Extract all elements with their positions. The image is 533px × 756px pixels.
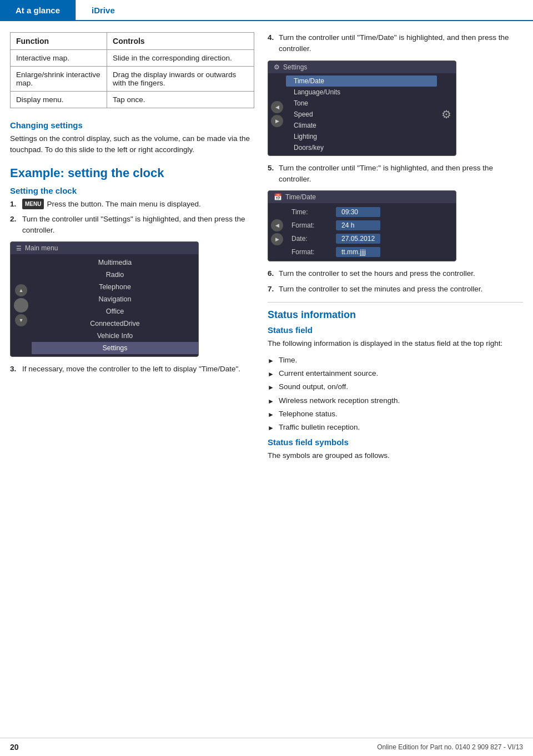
menu-item-radio: Radio bbox=[32, 269, 198, 281]
settings-title-label: Settings bbox=[283, 63, 307, 71]
timedate-row-2: Date: 27.05.2012 bbox=[286, 232, 456, 245]
step-7-content: Turn the controller to set the minutes a… bbox=[279, 284, 482, 295]
timedate-ctrl-left: ◀ bbox=[271, 219, 283, 231]
settings-item-speed: Speed bbox=[286, 109, 437, 120]
steps-list-2: 3. If necessary, move the controller to … bbox=[10, 364, 254, 375]
changing-settings-section: Changing settings Settings on the contro… bbox=[10, 120, 254, 156]
timedate-rows: Time: 09:30 Format: 24 h Date: 27.05.201… bbox=[286, 203, 456, 261]
main-content: Function Controls Interactive map. Slide… bbox=[0, 21, 533, 478]
settings-item-timedate: Time/Date bbox=[286, 75, 437, 87]
timedate-value-3: tt.mm.jjjj bbox=[336, 247, 380, 257]
settings-menu-list: Time/Date Language/Units Tone Speed Clim… bbox=[286, 73, 437, 155]
timedate-value-2: 27.05.2012 bbox=[336, 234, 380, 244]
step-5-content: Turn the controller until "Time:" is hig… bbox=[279, 163, 523, 185]
screen-content: Multimedia Radio Telephone Navigation Of… bbox=[32, 254, 198, 356]
timedate-left-ctrl: ◀ ▶ bbox=[268, 216, 286, 249]
table-cell-function: Display menu. bbox=[11, 92, 107, 108]
table-col1-header: Function bbox=[11, 33, 107, 50]
settings-row: ◀ ▶ Time/Date Language/Units Tone Speed … bbox=[268, 73, 456, 155]
timedate-screen: 📅 Time/Date ◀ ▶ Time: 09:30 Format: 24 h bbox=[268, 190, 456, 261]
menu-item-connecteddrive: ConnectedDrive bbox=[32, 317, 198, 330]
status-field-items: ► Time. ► Current entertainment source. … bbox=[268, 355, 523, 434]
timedate-title-label: Time/Date bbox=[285, 193, 316, 201]
bullet-arrow: ► bbox=[268, 382, 274, 392]
screen-title-bar: ☰ Main menu bbox=[11, 242, 198, 254]
timedate-row-0: Time: 09:30 bbox=[286, 205, 456, 219]
step-1: 1. MENUPress the button. The main menu i… bbox=[10, 199, 254, 210]
timedate-row-3: Format: tt.mm.jjjj bbox=[286, 245, 456, 259]
status-field-body: The following information is displayed i… bbox=[268, 338, 523, 349]
bullet-text-5: Traffic bulletin reception. bbox=[279, 422, 360, 433]
timedate-label-0: Time: bbox=[291, 208, 336, 216]
menu-item-multimedia: Multimedia bbox=[32, 256, 198, 269]
right-steps-5: 5. Turn the controller until "Time:" is … bbox=[268, 163, 523, 185]
step-4-number: 4. bbox=[268, 32, 279, 43]
settings-item-lighting: Lighting bbox=[286, 131, 437, 142]
table-cell-controls: Tap once. bbox=[107, 92, 254, 108]
footer-text: Online Edition for Part no. 0140 2 909 8… bbox=[377, 743, 523, 751]
timedate-row-1: Format: 24 h bbox=[286, 219, 456, 232]
screen-title-icon: ☰ bbox=[16, 245, 22, 252]
timedate-icon: 📅 bbox=[274, 193, 282, 201]
step-3-number: 3. bbox=[10, 364, 22, 375]
settings-title-bar: ⚙ Settings bbox=[268, 61, 456, 73]
timedate-value-0: 09:30 bbox=[336, 207, 380, 217]
bullet-item-0: ► Time. bbox=[268, 355, 523, 366]
table-col2-header: Controls bbox=[107, 33, 254, 50]
step-7: 7. Turn the controller to set the minute… bbox=[268, 284, 523, 295]
menu-item-navigation: Navigation bbox=[32, 293, 198, 305]
step-3-content: If necessary, move the controller to the… bbox=[22, 364, 254, 375]
menu-item-vehicleinfo: Vehicle Info bbox=[32, 330, 198, 342]
example-section: Example: setting the clock bbox=[10, 166, 254, 180]
menu-item-settings: Settings bbox=[32, 342, 198, 354]
left-column: Function Controls Interactive map. Slide… bbox=[10, 32, 254, 467]
bullet-item-2: ► Sound output, on/off. bbox=[268, 381, 523, 392]
bullet-text-4: Telephone status. bbox=[279, 409, 338, 420]
menu-button-icon: MENU bbox=[22, 199, 44, 209]
main-menu-screen: ☰ Main menu ▲ ▼ Multimedia Radio Telepho… bbox=[10, 241, 199, 357]
right-column: 4. Turn the controller until "Time/Date"… bbox=[268, 32, 523, 467]
bullet-arrow: ► bbox=[268, 356, 274, 366]
screen-left-controls: ▲ ▼ bbox=[11, 281, 32, 330]
changing-settings-body: Settings on the control display, such as… bbox=[10, 133, 254, 156]
menu-item-office: Office bbox=[32, 305, 198, 317]
timedate-title-bar: 📅 Time/Date bbox=[268, 191, 456, 203]
table-cell-controls: Drag the display inwards or outwards wit… bbox=[107, 67, 254, 92]
tab-at-a-glance[interactable]: At a glance bbox=[0, 0, 76, 20]
step-6-content: Turn the controller to set the hours and… bbox=[279, 268, 475, 279]
settings-left-ctrl: ◀ ▶ bbox=[268, 73, 286, 155]
header-tabs: At a glance iDrive bbox=[0, 0, 533, 21]
timedate-value-1: 24 h bbox=[336, 220, 380, 230]
bullet-arrow: ► bbox=[268, 396, 274, 406]
function-table: Function Controls Interactive map. Slide… bbox=[10, 32, 254, 108]
timedate-ctrl-row: ◀ ▶ Time: 09:30 Format: 24 h Date: 27.05… bbox=[268, 203, 456, 261]
step-1-content: MENUPress the button. The main menu is d… bbox=[22, 199, 254, 210]
bullet-item-5: ► Traffic bulletin reception. bbox=[268, 422, 523, 433]
ctrl-up: ▲ bbox=[15, 284, 27, 296]
bullet-arrow: ► bbox=[268, 410, 274, 420]
step-1-number: 1. bbox=[10, 199, 22, 210]
timedate-label-1: Format: bbox=[291, 221, 336, 229]
settings-item-tone: Tone bbox=[286, 98, 437, 109]
setting-clock-heading: Setting the clock bbox=[10, 186, 254, 195]
screen-title-label: Main menu bbox=[25, 244, 58, 252]
step-3: 3. If necessary, move the controller to … bbox=[10, 364, 254, 375]
step-4-content: Turn the controller until "Time/Date" is… bbox=[279, 32, 523, 55]
settings-item-doorskey: Doors/key bbox=[286, 142, 437, 153]
screen-row: ▲ ▼ Multimedia Radio Telephone Navigatio… bbox=[11, 254, 198, 356]
step-4: 4. Turn the controller until "Time/Date"… bbox=[268, 32, 523, 55]
bullet-item-3: ► Wireless network reception strength. bbox=[268, 395, 523, 406]
settings-item-climate: Climate bbox=[286, 120, 437, 131]
bullet-arrow: ► bbox=[268, 369, 274, 379]
status-symbols-heading: Status field symbols bbox=[268, 437, 523, 447]
page-number: 20 bbox=[10, 743, 19, 752]
tab-idrive[interactable]: iDrive bbox=[76, 0, 130, 20]
bullet-text-1: Current entertainment source. bbox=[279, 368, 378, 379]
bullet-text-0: Time. bbox=[279, 355, 297, 366]
step-6-number: 6. bbox=[268, 268, 279, 279]
bullet-item-4: ► Telephone status. bbox=[268, 409, 523, 420]
step-2: 2. Turn the controller until "Settings" … bbox=[10, 214, 254, 236]
settings-item-language: Language/Units bbox=[286, 87, 437, 98]
right-steps: 4. Turn the controller until "Time/Date"… bbox=[268, 32, 523, 55]
step-7-number: 7. bbox=[268, 284, 279, 295]
